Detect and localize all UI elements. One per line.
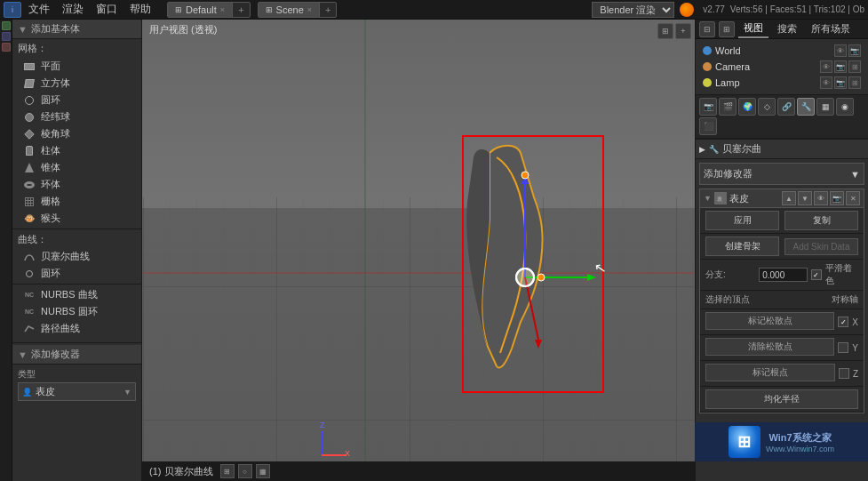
create-bones-btn[interactable]: 创建骨架 bbox=[705, 236, 779, 256]
lamp-render-btn[interactable]: 📷 bbox=[834, 76, 847, 89]
skin-delete-btn[interactable]: ✕ bbox=[846, 191, 860, 205]
status-icon-object[interactable]: ○ bbox=[238, 464, 252, 478]
watermark: ⊞ Win7系统之家 Www.Winwin7.com bbox=[695, 422, 868, 461]
curve-bezier[interactable]: 贝塞尔曲线 bbox=[12, 248, 141, 265]
scene-tab-add-btn[interactable]: + bbox=[320, 4, 336, 16]
world-vis-btn[interactable]: 👁 bbox=[834, 44, 847, 57]
viewport-nav-grid[interactable]: ⊞ bbox=[657, 23, 673, 39]
skin-camera-btn[interactable]: 📷 bbox=[830, 191, 844, 205]
smooth-checkbox[interactable] bbox=[811, 269, 821, 280]
mesh-monkey[interactable]: 🐵 猴头 bbox=[12, 210, 141, 227]
x-axis-label: X bbox=[345, 449, 350, 458]
branch-input[interactable] bbox=[759, 268, 808, 282]
skin-eye-btn[interactable]: 👁 bbox=[814, 191, 828, 205]
render-engine-select[interactable]: Blender 渲染 bbox=[592, 2, 674, 18]
menu-help[interactable]: 帮助 bbox=[124, 0, 156, 19]
torus-icon bbox=[23, 179, 36, 191]
skin-up-btn[interactable]: ▲ bbox=[782, 191, 796, 205]
path-curve[interactable]: 路径曲线 bbox=[12, 320, 141, 337]
menu-window[interactable]: 窗口 bbox=[91, 0, 123, 19]
z-checkbox[interactable] bbox=[839, 368, 849, 379]
status-icon-view[interactable]: ⊞ bbox=[220, 464, 235, 478]
modifier-section-header: ▼ 添加修改器 bbox=[12, 345, 141, 365]
mesh-uvsphere[interactable]: 经纬球 bbox=[12, 108, 141, 125]
tab-default[interactable]: ⊞ Default × bbox=[168, 3, 233, 17]
mesh-cone[interactable]: 锥体 bbox=[12, 159, 141, 176]
curve-circle[interactable]: 圆环 bbox=[12, 265, 141, 282]
watermark-logo: ⊞ bbox=[729, 426, 760, 458]
prop-constraints-btn[interactable]: 🔗 bbox=[777, 98, 795, 116]
mesh-icosphere[interactable]: 棱角球 bbox=[12, 125, 141, 142]
prop-modifier-btn[interactable]: 🔧 bbox=[797, 98, 815, 116]
lamp-extra-btn[interactable]: ⊞ bbox=[848, 76, 861, 89]
world-render-btn[interactable]: 📷 bbox=[848, 44, 861, 57]
tab-default-close[interactable]: × bbox=[220, 5, 225, 14]
tab-add-btn[interactable]: + bbox=[233, 4, 249, 16]
monkey-icon: 🐵 bbox=[23, 212, 36, 225]
prop-material-btn[interactable]: ◉ bbox=[836, 98, 854, 116]
scene-item-camera[interactable]: Camera 👁 📷 ⊞ bbox=[696, 59, 868, 75]
copy-btn[interactable]: 复制 bbox=[784, 211, 858, 230]
rph-collapse-btn[interactable]: ⊟ bbox=[699, 21, 715, 37]
cone-icon bbox=[23, 162, 36, 174]
tab-scene[interactable]: ⊞ Scene × bbox=[259, 3, 320, 17]
x-checkbox[interactable] bbox=[838, 317, 848, 327]
skin-mod-icon: 表 bbox=[714, 192, 727, 204]
nurbs-curve[interactable]: NC NURBS 曲线 bbox=[12, 286, 141, 303]
rph-grid-btn[interactable]: ⊞ bbox=[719, 21, 735, 37]
path-curve-icon bbox=[23, 323, 36, 335]
modifier-title-row: ▶ 🔧 贝塞尔曲 bbox=[696, 140, 868, 159]
mesh-cylinder[interactable]: 柱体 bbox=[12, 142, 141, 159]
equalize-btn[interactable]: 均化半径 bbox=[705, 389, 858, 409]
mesh-cube[interactable]: 立方体 bbox=[12, 75, 141, 92]
prop-object-btn[interactable]: ◇ bbox=[758, 98, 776, 116]
menu-file[interactable]: 文件 bbox=[23, 0, 55, 19]
modifier-object-name: 贝塞尔曲 bbox=[722, 142, 864, 156]
tab-scene-close[interactable]: × bbox=[307, 5, 312, 14]
lamp-vis-btn[interactable]: 👁 bbox=[820, 76, 832, 89]
add-skin-data-btn[interactable]: Add Skin Data bbox=[784, 238, 858, 255]
mark-root-btn[interactable]: 标记根点 bbox=[705, 364, 835, 381]
skin-down-btn[interactable]: ▼ bbox=[798, 191, 812, 205]
y-checkbox[interactable] bbox=[838, 342, 848, 353]
grid-icon bbox=[23, 196, 36, 208]
add-modifier-btn[interactable]: 添加修改器 ▼ bbox=[699, 163, 864, 185]
tool-translate[interactable] bbox=[2, 21, 11, 30]
rph-tab-all-scenes[interactable]: 所有场景 bbox=[806, 20, 856, 37]
viewport-add-btn[interactable]: + bbox=[675, 23, 691, 39]
menu-render[interactable]: 渲染 bbox=[57, 0, 89, 19]
status-icon-mesh[interactable]: ▦ bbox=[256, 464, 270, 478]
tool-scale[interactable] bbox=[2, 43, 11, 52]
mesh-grid[interactable]: 栅格 bbox=[12, 193, 141, 210]
scene-tab-group: ⊞ Scene × + bbox=[258, 2, 338, 18]
viewport-title: 用户视图 (透视) bbox=[149, 23, 217, 36]
clear-loose-btn[interactable]: 清除松散点 bbox=[705, 338, 834, 356]
scene-item-world[interactable]: World 👁 📷 bbox=[696, 43, 868, 59]
mesh-plane[interactable]: 平面 bbox=[12, 58, 141, 75]
bezier-curve-icon bbox=[23, 251, 36, 263]
mark-loose-btn[interactable]: 标记松散点 bbox=[705, 312, 834, 330]
scene-item-lamp[interactable]: Lamp 👁 📷 ⊞ bbox=[696, 75, 868, 91]
prop-render-btn[interactable]: 📷 bbox=[699, 98, 717, 116]
prop-data-btn[interactable]: ▦ bbox=[816, 98, 834, 116]
skin-type-select[interactable]: 👤 表皮 ▼ bbox=[18, 382, 136, 401]
type-section: 类型 👤 表皮 ▼ bbox=[12, 365, 141, 405]
rph-tab-view[interactable]: 视图 bbox=[738, 20, 768, 38]
tool-rotate[interactable] bbox=[2, 32, 11, 41]
prop-texture-btn[interactable]: ⬛ bbox=[699, 117, 717, 135]
mesh-circle[interactable]: 圆环 bbox=[12, 92, 141, 108]
prop-world-btn[interactable]: 🌍 bbox=[738, 98, 756, 116]
camera-extra-btn[interactable]: ⊞ bbox=[848, 60, 861, 73]
mesh-torus[interactable]: 环体 bbox=[12, 176, 141, 193]
tool-column bbox=[0, 20, 12, 481]
cylinder-icon bbox=[23, 145, 36, 157]
prop-scene-btn[interactable]: 🎬 bbox=[719, 98, 737, 116]
nurbs-circle[interactable]: NC NURBS 圆环 bbox=[12, 303, 141, 320]
rph-tab-search[interactable]: 搜索 bbox=[772, 20, 802, 37]
camera-render-btn[interactable]: 📷 bbox=[834, 60, 847, 73]
circle-icon bbox=[23, 94, 36, 107]
apply-btn[interactable]: 应用 bbox=[705, 211, 779, 230]
app-icon-btn[interactable]: i bbox=[4, 2, 21, 18]
camera-vis-btn[interactable]: 👁 bbox=[820, 60, 832, 73]
viewport-area[interactable]: 用户视图 (透视) ⊞ + X Z ↖ (1) 贝塞尔曲线 ⊞ ○ ▦ bbox=[142, 20, 695, 481]
